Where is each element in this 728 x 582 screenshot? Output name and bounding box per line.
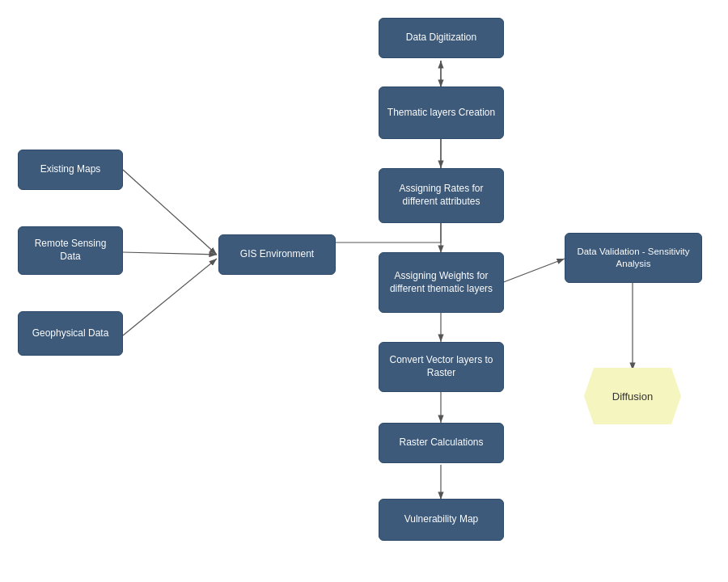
data-digitization-box: Data Digitization bbox=[379, 18, 504, 58]
diffusion-box: Diffusion bbox=[584, 368, 681, 424]
assigning-rates-box: Assigning Rates for different attributes bbox=[379, 168, 504, 223]
gis-environment-box: GIS Environment bbox=[218, 234, 336, 275]
existing-maps-box: Existing Maps bbox=[18, 150, 123, 190]
diagram-container: Existing Maps Remote Sensing Data Geophy… bbox=[0, 0, 728, 582]
thematic-layers-box: Thematic layers Creation bbox=[379, 86, 504, 139]
svg-line-3 bbox=[123, 259, 217, 335]
assigning-weights-box: Assigning Weights for different thematic… bbox=[379, 252, 504, 313]
data-validation-box: Data Validation - Sensitivity Analysis bbox=[565, 233, 702, 283]
geophysical-box: Geophysical Data bbox=[18, 311, 123, 356]
svg-line-1 bbox=[123, 170, 217, 255]
convert-vector-box: Convert Vector layers to Raster bbox=[379, 342, 504, 392]
connector-svg bbox=[0, 0, 728, 582]
raster-calc-box: Raster Calculations bbox=[379, 423, 504, 463]
svg-line-2 bbox=[123, 252, 217, 255]
vulnerability-box: Vulnerability Map bbox=[379, 499, 504, 541]
remote-sensing-box: Remote Sensing Data bbox=[18, 226, 123, 275]
svg-line-10 bbox=[502, 259, 565, 283]
